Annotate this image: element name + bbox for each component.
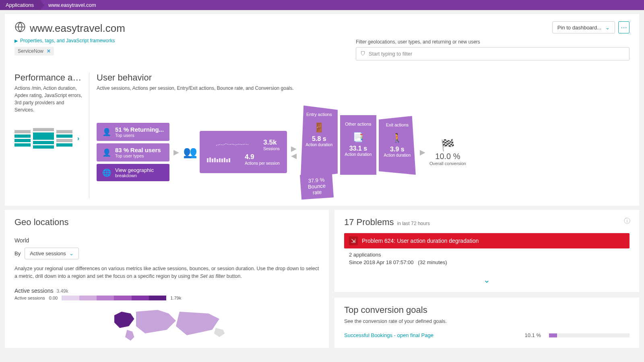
exit-icon: 🚶 [383,133,412,143]
goals-sub: See the conversion rate of your defined … [344,319,630,324]
bounce-rate-block[interactable]: 37.9 % Bounce rate [300,173,334,199]
perf-expand-icon[interactable]: › [77,135,79,142]
filter-input[interactable]: ⛉ Start typing to filter [356,47,630,60]
problems-count: 17 Problems [344,217,394,228]
svg-rect-8 [224,158,225,162]
geo-heading: Geo locations [14,217,319,228]
geo-breakdown-card[interactable]: 🌐 View geographicbreakdown [97,164,169,181]
performance-analysis-section: Performance ana... Actions /min, Action … [14,72,89,199]
flow-arrow-back-icon: ▶ [291,151,297,160]
svg-rect-5 [217,159,218,162]
conversion-block[interactable]: 🏁 10.0 % Overall conversion [429,139,466,166]
problems-panel: ⓘ 17 Problems in last 72 hours ⇲ Problem… [334,210,639,292]
svg-rect-3 [212,159,213,162]
geo-description: Analyze your regional user differences o… [14,265,319,280]
legend-gradient [62,296,166,300]
perf-subtitle: Actions /min, Action duration, Apdex rat… [14,85,84,114]
world-map[interactable] [14,304,319,341]
behavior-flow: 👤 51 % Returning...Top users 👤 83 % Real… [97,105,630,199]
beh-heading: User behavior [97,72,630,83]
legend-total: 3.49k [56,288,68,294]
breadcrumb: Applications www.easytravel.com [0,0,644,10]
tag-chip[interactable]: ServiceNow ✕ [14,47,54,56]
svg-rect-7 [221,159,223,162]
entry-icon: 🚪 [305,122,334,133]
perf-thumbnails[interactable]: › [14,128,84,149]
exit-actions-block[interactable]: Exit actions 🚶 3.9 s Action duration [379,116,416,175]
flag-icon: 🏁 [429,139,466,152]
problem-apps: 2 applications [344,248,630,259]
returning-users-card[interactable]: 👤 51 % Returning...Top users [97,123,169,141]
svg-rect-10 [229,158,230,162]
remove-tag-icon[interactable]: ✕ [47,48,51,54]
info-icon[interactable]: ⓘ [624,217,630,225]
breadcrumb-current[interactable]: www.easytravel.com [40,0,102,10]
goal-bar [549,333,630,337]
chevron-down-icon: ⌄ [69,250,74,257]
copy-icon: 📑 [344,132,372,143]
problems-range: in last 72 hours [397,221,430,226]
geo-locations-panel: Geo locations World By Active sessions ⌄… [5,210,329,348]
flow-arrow-icon: ▶ [173,148,179,157]
sessions-card[interactable]: 3.5kSessions 4.9Actions per session [200,131,287,173]
breadcrumb-root[interactable]: Applications [0,0,40,10]
properties-link[interactable]: ▶ Properties, tags, and JavaScript frame… [14,38,125,43]
svg-rect-9 [226,159,228,162]
svg-rect-2 [209,157,211,162]
goal-value: 10.1 % [525,332,541,338]
pin-to-dashboard-button[interactable]: Pin to dashboard... ⌄ [552,21,615,33]
page-title: www.easytravel.com [14,21,125,35]
chevron-down-icon: ⌄ [605,25,610,31]
filter-label: Filter geolocations, user types, and ret… [356,39,630,45]
legend-max: 1.79k [170,296,181,300]
aps-sparkline [207,157,239,162]
by-label: By [14,250,21,257]
user-icon: 👤 [102,128,111,137]
ellipsis-icon: ⋯ [621,24,627,31]
svg-rect-1 [207,158,208,162]
users-icon: 👥 [183,145,197,159]
svg-rect-4 [214,158,216,162]
other-actions-block[interactable]: Other actions 📑 33.1 s Action duration [340,115,376,175]
expand-problems-button[interactable]: ⌄ [344,275,630,285]
goals-heading: Top conversion goals [344,305,630,315]
svg-rect-6 [219,158,221,162]
legend-min: 0.00 [49,296,58,300]
problem-item[interactable]: ⇲ Problem 624: User action duration degr… [344,233,630,248]
user-icon: 👤 [102,148,111,157]
action-funnel: Entry actions 🚪 5.8 s Action duration Ot… [301,105,416,178]
filter-icon: ⛉ [360,51,365,57]
globe-icon [14,21,26,35]
geo-region: World [14,237,319,244]
globe-icon: 🌐 [102,168,111,177]
entry-actions-block[interactable]: Entry actions 🚪 5.8 s Action duration [301,105,338,178]
conversion-goals-panel: Top conversion goals See the conversion … [334,298,639,348]
app-overview-card: www.easytravel.com ▶ Properties, tags, a… [5,14,639,206]
flow-arrow-icon: ▶ [420,148,425,157]
problem-since: Since 2018 Apr 18 07:57:00 (32 minutes) [344,259,630,267]
legend-axis: Active sessions [14,296,45,300]
perf-heading: Performance ana... [14,72,84,83]
sessions-sparkline [207,142,258,148]
goal-link[interactable]: Successful Bookings - open final Page [344,332,433,338]
beh-subtitle: Active sessions, Actions per session, En… [97,85,630,92]
user-behavior-section: User behavior Active sessions, Actions p… [89,72,630,199]
geo-metric-dropdown[interactable]: Active sessions ⌄ [25,248,79,259]
real-users-card[interactable]: 👤 83 % Real usersTop user types [97,143,169,161]
legend-title: Active sessions [14,288,53,294]
more-menu-button[interactable]: ⋯ [618,21,630,33]
problem-icon: ⇲ [349,236,358,245]
chevron-right-icon: ▶ [14,38,18,43]
